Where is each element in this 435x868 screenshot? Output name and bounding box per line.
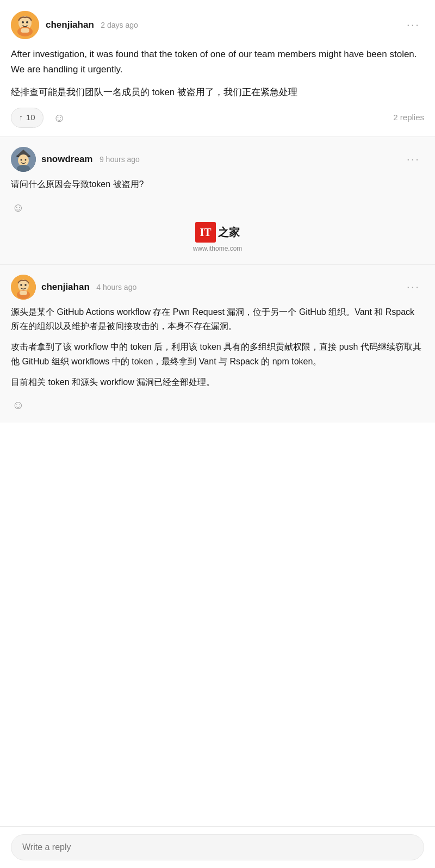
user-info: chenjiahan 2 days ago [46,18,402,32]
avatar [11,147,36,172]
ithome-watermark: IT 之家 www.ithome.com [11,222,424,253]
reply-header: snowdream 9 hours ago ··· [11,147,424,172]
svg-point-11 [25,159,27,161]
svg-point-2 [22,21,24,23]
replies-count: 2 replies [393,111,424,124]
reply-text: 请问什么原因会导致token 被盗用? [11,177,424,191]
user-info: snowdream 9 hours ago [41,152,402,166]
replies-section: snowdream 9 hours ago ··· 请问什么原因会导致token… [0,137,435,423]
comment-text-en: After investigation, it was found that t… [11,47,424,77]
comment-text-zh: 经排查可能是我们团队一名成员的 token 被盗用了，我们正在紧急处理 [11,85,424,100]
main-comment: chenjiahan 2 days ago ··· After investig… [0,0,435,137]
svg-rect-5 [21,28,29,33]
reply-chenjiahan: chenjiahan 4 hours ago ··· 源头是某个 GitHub … [0,265,435,423]
reply-header: chenjiahan 4 hours ago ··· [11,275,424,300]
user-info: chenjiahan 4 hours ago [41,280,402,294]
svg-point-15 [20,284,22,286]
timestamp: 4 hours ago [96,283,136,292]
timestamp: 9 hours ago [100,155,140,164]
avatar [11,11,39,39]
comment-header: chenjiahan 2 days ago ··· [11,11,424,39]
reply-text-p2: 攻击者拿到了该 workflow 中的 token 后，利用该 token 具有… [11,340,424,369]
reply-text-p1: 源头是某个 GitHub Actions workflow 存在 Pwn Req… [11,305,424,334]
svg-point-9 [18,154,29,166]
ithome-badge: IT 之家 www.ithome.com [193,222,243,253]
username: chenjiahan [46,20,94,30]
svg-rect-18 [20,291,27,295]
reply-actions: ☺ [11,395,424,415]
comment-actions: ↑ 10 ☺ 2 replies [11,108,424,128]
reply-body: 请问什么原因会导致token 被盗用? [11,177,424,191]
write-reply-input[interactable] [11,834,424,860]
comment-body: After investigation, it was found that t… [11,47,424,100]
svg-point-10 [21,159,22,161]
action-left: ↑ 10 ☺ [11,108,66,128]
ithome-logo-it: IT [195,222,215,243]
timestamp: 2 days ago [101,21,138,29]
username: snowdream [41,154,92,164]
write-reply-section [0,826,435,868]
svg-point-16 [24,284,27,286]
ithome-url: www.ithome.com [193,244,243,253]
reply-text-p3: 目前相关 token 和源头 workflow 漏洞已经全部处理。 [11,375,424,389]
like-count: 10 [26,111,35,124]
reply-actions: ☺ [11,197,424,218]
more-options-button[interactable]: ··· [402,151,424,168]
more-options-button[interactable]: ··· [402,17,424,33]
page-content: chenjiahan 2 days ago ··· After investig… [0,0,435,466]
svg-point-3 [26,21,28,23]
ithome-logo-zh: 之家 [218,224,240,240]
emoji-button[interactable]: ☺ [52,108,66,128]
username: chenjiahan [41,282,90,292]
emoji-button[interactable]: ☺ [11,395,25,415]
upvote-icon: ↑ [19,112,23,123]
reply-snowdream: snowdream 9 hours ago ··· 请问什么原因会导致token… [0,137,435,264]
avatar [11,275,36,300]
more-options-button[interactable]: ··· [402,279,424,295]
reply-body: 源头是某个 GitHub Actions workflow 存在 Pwn Req… [11,305,424,390]
like-button[interactable]: ↑ 10 [11,108,44,128]
emoji-button[interactable]: ☺ [11,197,25,218]
